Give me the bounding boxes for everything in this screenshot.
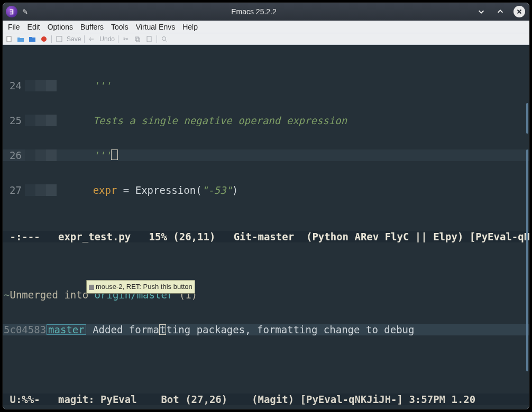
undo-icon[interactable] [88,35,96,43]
code-call: Expression [135,184,196,196]
menu-edit[interactable]: Edit [24,22,43,32]
code-docstring: ''' [93,149,111,161]
code-docstring: ''' [93,80,111,91]
window-title: Emacs 25.2.2 [32,7,475,16]
svg-point-6 [162,36,166,40]
svg-point-1 [41,36,47,42]
undo-label: Undo [99,35,115,43]
paste-icon[interactable] [145,35,153,43]
pin-icon[interactable]: ✎ [21,8,29,16]
magit-unmerged-heading: ~Unmerged into origin/master (1) [3,289,529,301]
svg-rect-2 [57,36,62,42]
line-number: 27 [3,184,25,196]
menu-buffers[interactable]: Buffers [77,22,107,32]
magit-commit-row[interactable]: 5c04583 master Added formatting packages… [3,324,529,335]
mark-box: t [159,324,166,335]
line-number: 24 [3,80,25,91]
stop-icon[interactable] [40,35,48,43]
menu-file[interactable]: File [5,22,23,32]
scrollbar[interactable] [526,149,528,371]
svg-rect-0 [7,36,11,42]
editor-area[interactable]: 24 ''' 25 Tests a single negative operan… [3,45,529,409]
new-file-icon[interactable] [5,35,13,43]
code-var: expr [93,184,117,196]
maximize-button[interactable] [494,6,506,17]
svg-rect-4 [136,38,140,42]
titlebar: Ǝ ✎ Emacs 25.2.2 [3,3,529,21]
tooltip: mouse-2, RET: Push this button [86,280,195,294]
menu-options[interactable]: Options [44,22,76,32]
save-label: Save [67,35,81,43]
svg-rect-5 [147,36,151,42]
svg-rect-3 [135,37,139,41]
modeline-code: -:--- expr_test.py 15% (26,11) Git-maste… [3,231,529,242]
close-button[interactable] [513,6,525,17]
menubar[interactable]: File Edit Options Buffers Tools Virtual … [3,21,529,33]
toolbar: Save Undo ✂ [3,33,529,45]
save-icon[interactable] [55,35,63,43]
cut-icon[interactable]: ✂ [122,35,130,43]
cursor [111,149,118,160]
branch-tag: master [47,324,86,335]
commit-sha: 5c04583 [4,324,46,335]
open-folder-icon[interactable] [28,35,36,43]
minimize-button[interactable] [475,6,487,17]
modeline-magit: U:%%- magit: PyEval Bot (27,26) (Magit) … [3,394,529,405]
scrollbar[interactable] [526,103,528,134]
line-number: 25 [3,115,25,126]
code-docstring: Tests a single negative operand expressi… [93,115,347,126]
menu-virtualenvs[interactable]: Virtual Envs [133,22,178,32]
line-number: 26 [3,149,25,161]
search-icon[interactable] [160,35,169,43]
copy-icon[interactable] [133,35,142,43]
open-file-icon[interactable] [16,35,25,43]
code-string: "-53" [202,184,232,196]
menu-help[interactable]: Help [179,22,201,32]
app-icon: Ǝ [6,6,17,17]
menu-tools[interactable]: Tools [108,22,132,32]
